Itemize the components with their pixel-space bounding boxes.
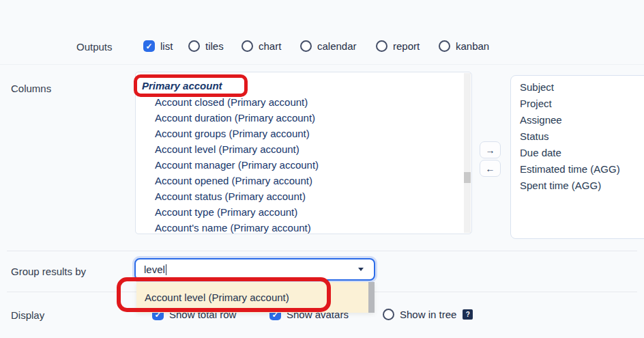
- radio-unchecked-icon[interactable]: [376, 40, 387, 52]
- list-item[interactable]: Spent time (AGG): [511, 178, 644, 194]
- output-option-calendar[interactable]: calendar: [300, 40, 357, 52]
- move-left-button[interactable]: ←: [480, 160, 501, 177]
- divider-columns-groupby: [7, 251, 637, 251]
- display-option-label: Show in tree: [400, 309, 456, 320]
- list-item[interactable]: Account's name (Primary account): [136, 220, 471, 234]
- display-label: Display: [11, 309, 44, 321]
- output-option-label: kanban: [456, 40, 489, 52]
- output-option-label: list: [160, 40, 173, 52]
- output-option-label: tiles: [205, 40, 224, 52]
- list-item[interactable]: Estimated time (AGG): [511, 161, 644, 178]
- group-by-label: Group results by: [11, 266, 86, 277]
- list-item[interactable]: Account duration (Primary account): [136, 110, 471, 126]
- output-option-report[interactable]: report: [376, 40, 420, 52]
- output-option-label: chart: [259, 40, 281, 52]
- list-item[interactable]: Project: [511, 96, 644, 112]
- radio-unchecked-icon[interactable]: [300, 40, 312, 52]
- help-icon[interactable]: ?: [463, 309, 473, 320]
- list-item[interactable]: Due date: [511, 145, 644, 161]
- checkbox-checked-icon[interactable]: ✓: [143, 40, 155, 52]
- output-option-list[interactable]: ✓ list: [143, 40, 173, 52]
- list-item[interactable]: Account opened (Primary account): [136, 173, 471, 188]
- display-option-show-in-tree[interactable]: Show in tree ?: [383, 309, 473, 320]
- dropdown-scrollbar-thumb[interactable]: [368, 282, 375, 313]
- output-option-label: report: [393, 40, 420, 52]
- listbox-scrollbar[interactable]: [464, 73, 471, 233]
- chevron-down-icon: [358, 268, 364, 271]
- divider-outputs-columns: [0, 64, 644, 65]
- list-item[interactable]: Account manager (Primary account): [136, 157, 471, 173]
- group-by-combobox[interactable]: level: [134, 258, 375, 281]
- list-item[interactable]: Account groups (Primary account): [136, 126, 471, 141]
- group-by-input-value[interactable]: level: [144, 264, 165, 275]
- radio-unchecked-icon[interactable]: [439, 40, 450, 52]
- outputs-label: Outputs: [76, 41, 113, 53]
- list-item[interactable]: Account type (Primary account): [136, 204, 471, 220]
- available-columns-listbox[interactable]: Primary account Account closed (Primary …: [135, 72, 472, 234]
- combobox-caret-button[interactable]: [352, 259, 370, 279]
- output-option-chart[interactable]: chart: [241, 40, 281, 52]
- radio-unchecked-icon[interactable]: [241, 40, 253, 52]
- list-item[interactable]: Assignee: [511, 112, 644, 128]
- list-item[interactable]: Account level (Primary account): [136, 141, 471, 157]
- dropdown-option[interactable]: Account level (Primary account): [136, 282, 375, 313]
- columns-label: Columns: [11, 83, 51, 94]
- list-item[interactable]: Status: [511, 128, 644, 145]
- optgroup-header: Primary account: [136, 72, 471, 94]
- radio-unchecked-icon[interactable]: [188, 40, 200, 52]
- arrow-right-icon: →: [486, 145, 495, 156]
- text-cursor: [166, 264, 166, 275]
- radio-unchecked-icon[interactable]: [383, 309, 394, 320]
- list-item[interactable]: Subject: [511, 79, 644, 96]
- move-right-button[interactable]: →: [480, 141, 501, 158]
- list-item[interactable]: Account closed (Primary account): [136, 94, 471, 110]
- group-by-dropdown[interactable]: Account level (Primary account): [136, 282, 375, 313]
- output-option-label: calendar: [317, 40, 357, 52]
- scrollbar-thumb[interactable]: [464, 172, 471, 183]
- list-item[interactable]: Account status (Primary account): [136, 188, 471, 204]
- output-option-kanban[interactable]: kanban: [439, 40, 489, 52]
- output-option-tiles[interactable]: tiles: [188, 40, 224, 52]
- selected-columns-listbox[interactable]: Subject Project Assignee Status Due date…: [510, 75, 644, 239]
- arrow-left-icon: ←: [486, 163, 495, 174]
